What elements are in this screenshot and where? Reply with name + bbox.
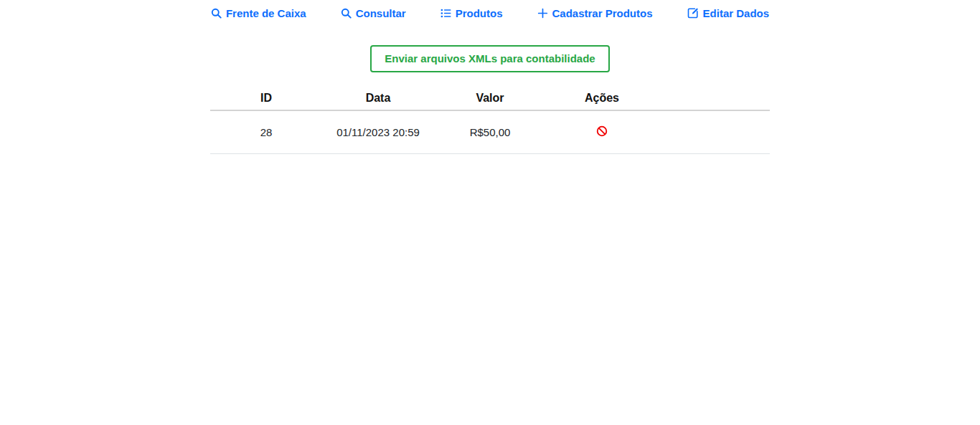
- nav-link-label: Cadastrar Produtos: [552, 7, 653, 19]
- nav-link-cadastrar-produtos[interactable]: Cadastrar Produtos: [537, 7, 653, 19]
- button-row: Enviar arquivos XMLs para contabilidade: [0, 45, 980, 72]
- cell-empty: [658, 110, 770, 154]
- ban-icon: [596, 128, 608, 139]
- table-header-acoes: Ações: [546, 87, 658, 110]
- table-header-valor: Valor: [434, 87, 546, 110]
- nav-link-frente-de-caixa[interactable]: Frente de Caixa: [211, 7, 306, 19]
- edit-icon: [687, 7, 699, 19]
- nav-link-editar-dados[interactable]: Editar Dados: [687, 7, 770, 19]
- cell-id: 28: [210, 110, 322, 154]
- table-header-row: ID Data Valor Ações: [210, 87, 770, 110]
- cell-valor: R$50,00: [434, 110, 546, 154]
- nav-link-produtos[interactable]: Produtos: [440, 7, 503, 19]
- send-xml-button[interactable]: Enviar arquivos XMLs para contabilidade: [370, 45, 609, 72]
- list-icon: [440, 8, 451, 19]
- table-header-id: ID: [210, 87, 322, 110]
- nav-link-label: Produtos: [456, 7, 503, 19]
- nav-link-label: Editar Dados: [703, 7, 770, 19]
- table-header-data: Data: [322, 87, 434, 110]
- table-row: 28 01/11/2023 20:59 R$50,00: [210, 110, 770, 154]
- cancel-record-button[interactable]: [596, 125, 608, 137]
- cell-acoes: [546, 110, 658, 154]
- search-icon: [341, 8, 352, 19]
- table-header-empty: [658, 87, 770, 110]
- nav-link-label: Consultar: [356, 7, 406, 19]
- nav-link-consultar[interactable]: Consultar: [341, 7, 406, 19]
- records-table-wrap: ID Data Valor Ações 28 01/11/2023 20:59 …: [210, 87, 770, 154]
- search-icon: [211, 8, 222, 19]
- nav-link-label: Frente de Caixa: [226, 7, 306, 19]
- cell-data: 01/11/2023 20:59: [322, 110, 434, 154]
- top-nav: Frente de Caixa Consultar Produtos Cadas…: [0, 0, 980, 26]
- records-table: ID Data Valor Ações 28 01/11/2023 20:59 …: [210, 87, 770, 154]
- plus-icon: [537, 8, 548, 19]
